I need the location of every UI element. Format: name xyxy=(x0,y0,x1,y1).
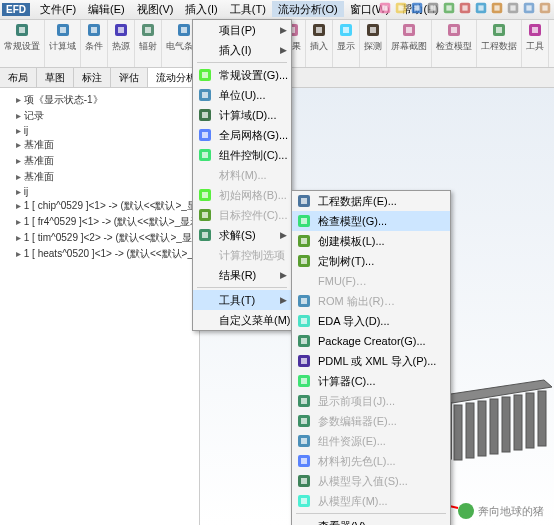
toolbar-group: 计算域 xyxy=(45,20,81,67)
menu-item: 材料初先色(L)... xyxy=(292,451,450,471)
toolbar-label: 屏幕截图 xyxy=(391,40,427,53)
sketch-icon[interactable] xyxy=(522,1,536,15)
menu-item-label: 单位(U)... xyxy=(219,88,265,103)
svg-rect-58 xyxy=(478,401,486,456)
menu-item[interactable]: 插入(I)▶ xyxy=(193,40,291,60)
mat-icon xyxy=(296,453,312,469)
undo-icon[interactable] xyxy=(442,1,456,15)
box-icon[interactable] xyxy=(55,22,71,38)
sun-icon[interactable] xyxy=(140,22,156,38)
tab-0[interactable]: 布局 xyxy=(0,68,37,87)
tree-node[interactable]: 项《显示状态-1》 xyxy=(4,92,195,108)
toolbar-label: 热源 xyxy=(112,40,130,53)
tree-node[interactable]: ij xyxy=(4,124,195,137)
menu-item-label: 显示前项目(J)... xyxy=(318,394,395,409)
svg-rect-63 xyxy=(538,391,546,446)
menu-item[interactable]: Package Creator(G)... xyxy=(292,331,450,351)
menu-item[interactable]: 自定义菜单(M) xyxy=(193,310,291,330)
submenu-arrow-icon: ▶ xyxy=(280,45,287,55)
calc-icon xyxy=(296,373,312,389)
eye-icon[interactable] xyxy=(338,22,354,38)
menu-0[interactable]: 文件(F) xyxy=(34,1,82,17)
menu-item[interactable]: 组件控制(C)... xyxy=(193,145,291,165)
menu-4[interactable]: 工具(T) xyxy=(224,1,272,17)
tree-node[interactable]: 记录 xyxy=(4,108,195,124)
new-icon[interactable] xyxy=(378,1,392,15)
tree-node[interactable]: 1 [ fr4^0529 ]<1> -> (默认<<默认>_显示状态 1>) xyxy=(4,214,195,230)
menu-2[interactable]: 视图(V) xyxy=(131,1,180,17)
redo-icon[interactable] xyxy=(458,1,472,15)
toolbar-label: 辐射 xyxy=(139,40,157,53)
tree-icon xyxy=(296,253,312,269)
menu-item[interactable]: 计算器(C)... xyxy=(292,371,450,391)
feature-tree[interactable]: 项《显示状态-1》记录ij基准面基准面基准面ij1 [ chip^0529 ]<… xyxy=(0,88,200,525)
bc-icon[interactable] xyxy=(86,22,102,38)
db-icon[interactable] xyxy=(491,22,507,38)
tab-2[interactable]: 标注 xyxy=(74,68,111,87)
svg-rect-82 xyxy=(202,232,208,238)
tree-node[interactable]: 1 [ heats^0520 ]<1> -> (默认<<默认>_显示状态 1>) xyxy=(4,246,195,262)
tpl-icon xyxy=(296,233,312,249)
tools-submenu[interactable]: 工程数据库(E)...检查模型(G)...创建模板(L)...定制树(T)...… xyxy=(291,190,451,525)
check-icon[interactable] xyxy=(446,22,462,38)
svg-rect-60 xyxy=(502,397,510,452)
save-icon[interactable] xyxy=(410,1,424,15)
pkg-icon xyxy=(296,333,312,349)
menu-item[interactable]: 结果(R)▶ xyxy=(193,265,291,285)
probe-icon[interactable] xyxy=(365,22,381,38)
cam-icon[interactable] xyxy=(401,22,417,38)
db-icon xyxy=(296,193,312,209)
menu-item-label: ROM 输出(R)… xyxy=(318,294,395,309)
plus-icon[interactable] xyxy=(311,22,327,38)
menu-item[interactable]: 工程数据库(E)... xyxy=(292,191,450,211)
menu-item[interactable]: 定制树(T)... xyxy=(292,251,450,271)
menu-item[interactable]: PDML 或 XML 导入(P)... xyxy=(292,351,450,371)
tree-node[interactable]: 1 [ chip^0529 ]<1> -> (默认<<默认>_显示状态 1>) xyxy=(4,198,195,214)
menu-item[interactable]: EDA 导入(D)... xyxy=(292,311,450,331)
tree-node[interactable]: 基准面 xyxy=(4,137,195,153)
tree-node[interactable]: ij xyxy=(4,185,195,198)
svg-rect-112 xyxy=(301,498,307,504)
menu-item[interactable]: 全局网格(G)... xyxy=(193,125,291,145)
toolbar-group: 显示 xyxy=(333,20,360,67)
select-icon[interactable] xyxy=(506,1,520,15)
menu-item[interactable]: 检查模型(G)... xyxy=(292,211,450,231)
menu-item[interactable]: 常规设置(G)... xyxy=(193,65,291,85)
tab-3[interactable]: 评估 xyxy=(111,68,148,87)
toolbar-label: 工程数据 xyxy=(481,40,517,53)
flame-icon[interactable] xyxy=(113,22,129,38)
toolbar-group: 插入 xyxy=(306,20,333,67)
svg-rect-5 xyxy=(414,5,419,10)
menu-item[interactable]: 单位(U)... xyxy=(193,85,291,105)
open-icon[interactable] xyxy=(394,1,408,15)
toolbar-group: 工程数据 xyxy=(477,20,522,67)
print-icon[interactable] xyxy=(426,1,440,15)
rebuild-icon[interactable] xyxy=(474,1,488,15)
gear-icon[interactable] xyxy=(14,22,30,38)
menu-item[interactable]: 工具(T)▶ xyxy=(193,290,291,310)
menu-item[interactable]: 查看器(V)... xyxy=(292,516,450,525)
menu-item-label: 插入(I) xyxy=(219,43,251,58)
menu-item[interactable]: 创建模板(L)... xyxy=(292,231,450,251)
bolt-icon[interactable] xyxy=(176,22,192,38)
menu-item-label: 项目(P) xyxy=(219,23,256,38)
options-icon[interactable] xyxy=(490,1,504,15)
menu-item: FMU(F)… xyxy=(292,271,450,291)
wrench-icon[interactable] xyxy=(527,22,543,38)
check-icon xyxy=(296,213,312,229)
toolbar-label: 条件 xyxy=(85,40,103,53)
flow-analysis-menu[interactable]: 项目(P)▶插入(I)▶常规设置(G)...单位(U)...计算域(D)...全… xyxy=(192,19,292,331)
menu-item[interactable]: 求解(S)▶ xyxy=(193,225,291,245)
menu-3[interactable]: 插入(I) xyxy=(179,1,223,17)
tree-node[interactable]: 基准面 xyxy=(4,169,195,185)
menu-item[interactable]: 计算域(D)... xyxy=(193,105,291,125)
toolbar-group: 辐射 xyxy=(135,20,162,67)
menu-item[interactable]: 项目(P)▶ xyxy=(193,20,291,40)
check-model-icon[interactable] xyxy=(538,1,552,15)
tree-node[interactable]: 基准面 xyxy=(4,153,195,169)
menu-item-label: 目标控件(C)... xyxy=(219,208,287,223)
menu-5[interactable]: 流动分析(O) xyxy=(272,1,344,17)
tab-1[interactable]: 草图 xyxy=(37,68,74,87)
menu-1[interactable]: 编辑(E) xyxy=(82,1,131,17)
tree-node[interactable]: 1 [ tim^0529 ]<2> -> (默认<<默认>_显示状态 1>) xyxy=(4,230,195,246)
